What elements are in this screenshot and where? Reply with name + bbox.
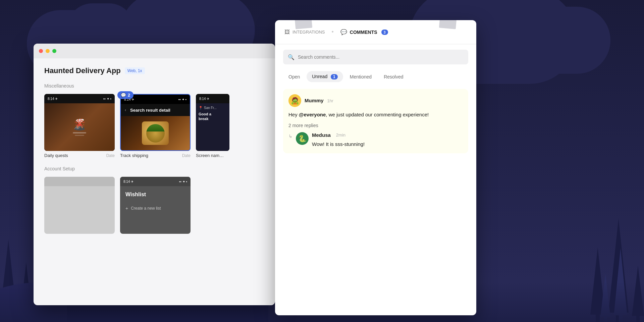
search-bar[interactable]: 🔍 bbox=[283, 50, 468, 64]
traffic-light-red[interactable] bbox=[39, 49, 43, 53]
reply-arrow-icon: ↳ bbox=[288, 133, 292, 139]
filter-mentioned-label: Mentioned bbox=[350, 74, 372, 79]
window-content: Haunted Delivery App Web, 1x Miscellaneo… bbox=[34, 58, 275, 250]
search-input[interactable] bbox=[298, 54, 464, 60]
filter-tabs: Open Unread 1 Mentioned Resolved bbox=[283, 71, 468, 82]
screen-thumb-track: 8:14 ✈ ▪▪ ✦ ▪ ‹ Search result detail bbox=[120, 94, 191, 151]
filter-resolved-label: Resolved bbox=[384, 74, 403, 79]
screen-wishlist[interactable]: 8:14 ✈ ▪▪ ✦ ▪ Wishlist + Create a new li… bbox=[120, 177, 191, 234]
comment-mention: @everyone bbox=[299, 112, 326, 117]
comment-thread-1: 🧟 Mummy 1hr Hey @everyone, we just updat… bbox=[283, 89, 468, 153]
wishlist-title: Wishlist bbox=[120, 186, 191, 203]
tab-separator: • bbox=[332, 29, 334, 36]
reply-medusa: ↳ 🐍 Medusa 2min Wow! It is sss-stunning! bbox=[288, 132, 463, 148]
screen-date-daily: Date bbox=[106, 153, 115, 158]
avatar-mummy: 🧟 bbox=[288, 94, 301, 107]
screen-label-row-3: Screen nam… bbox=[196, 153, 229, 158]
screen-partial[interactable]: 8:14 ✈ 📍 San Fr... Good abreak Screen na… bbox=[196, 94, 229, 158]
screen-name-partial: Screen nam… bbox=[196, 153, 224, 158]
comment-prefix: Hey bbox=[288, 112, 299, 117]
screen-nav-track: ‹ Search result detail bbox=[121, 104, 190, 116]
screen-header-wishlist: 8:14 ✈ ▪▪ ✦ ▪ bbox=[120, 177, 191, 186]
screen-thumb-wishlist: 8:14 ✈ ▪▪ ✦ ▪ Wishlist + Create a new li… bbox=[120, 177, 191, 234]
tab-integrations-label: INTEGRATIONS bbox=[292, 30, 325, 35]
screen-thumb-partial: 8:14 ✈ 📍 San Fr... Good abreak bbox=[196, 94, 229, 151]
screen-nav-title: Search result detail bbox=[130, 108, 170, 113]
tab-comments-label: COMMENTS bbox=[350, 30, 377, 35]
screen-thumb-account-1 bbox=[44, 177, 115, 234]
traffic-light-green[interactable] bbox=[52, 49, 56, 53]
unread-count: 1 bbox=[331, 74, 338, 79]
comment-body-1: Hey @everyone, we just updated our comme… bbox=[288, 111, 463, 119]
comments-count-badge: 3 bbox=[381, 30, 388, 35]
screen-header-daily: 8:14 ✈ ▪▪ ✦ ▪ bbox=[44, 94, 115, 103]
main-window: Haunted Delivery App Web, 1x Miscellaneo… bbox=[34, 44, 275, 305]
panel-body: 🔍 Open Unread 1 Mentioned Resolved 🧟 bbox=[275, 44, 476, 164]
filter-resolved[interactable]: Resolved bbox=[378, 71, 409, 82]
screen-track-shipping[interactable]: 💬 2 8:14 ✈ ▪▪ ✦ ▪ ‹ Search result detail bbox=[120, 94, 191, 158]
app-title-row: Haunted Delivery App Web, 1x bbox=[44, 66, 264, 75]
comment-meta-1: Mummy 1hr bbox=[305, 98, 333, 104]
comment-badge[interactable]: 💬 2 bbox=[117, 91, 133, 99]
screen-account-1[interactable] bbox=[44, 177, 115, 234]
wishlist-item-1: + Create a new list bbox=[120, 203, 191, 214]
titlebar bbox=[34, 44, 275, 58]
filter-open-label: Open bbox=[288, 74, 300, 79]
reply-time-medusa: 2min bbox=[336, 132, 345, 138]
filter-unread[interactable]: Unread 1 bbox=[307, 71, 343, 82]
app-badge: Web, 1x bbox=[125, 67, 145, 74]
app-title: Haunted Delivery App bbox=[44, 66, 121, 75]
comments-icon: 💬 bbox=[340, 29, 347, 35]
traffic-light-yellow[interactable] bbox=[46, 49, 50, 53]
screen-name-daily: Daily quests bbox=[44, 153, 68, 158]
screens-row-1: 8:14 ✈ ▪▪ ✦ ▪ 🌋 Daily quest bbox=[44, 94, 264, 158]
more-replies-text: 2 more replies bbox=[288, 123, 318, 128]
screens-row-2: 8:14 ✈ ▪▪ ✦ ▪ Wishlist + Create a new li… bbox=[44, 177, 264, 234]
integrations-icon: 🖼 bbox=[284, 29, 290, 35]
comments-panel: 🖼 INTEGRATIONS • 💬 COMMENTS 3 🔍 Open Unr… bbox=[275, 20, 476, 315]
reply-body-medusa: Wow! It is sss-stunning! bbox=[312, 141, 463, 148]
search-icon: 🔍 bbox=[288, 54, 294, 60]
tape-corner-right bbox=[439, 20, 457, 29]
screen-label-row-1: Daily quests Date bbox=[44, 153, 115, 158]
section-miscellaneous: Miscellaneous bbox=[44, 83, 264, 89]
tab-comments[interactable]: 💬 COMMENTS 3 bbox=[339, 26, 389, 38]
reply-content-medusa: Medusa 2min Wow! It is sss-stunning! bbox=[312, 132, 463, 148]
screen-thumb-daily-quests: 8:14 ✈ ▪▪ ✦ ▪ 🌋 bbox=[44, 94, 115, 151]
reply-author-medusa: Medusa bbox=[312, 132, 331, 138]
filter-open[interactable]: Open bbox=[283, 71, 305, 82]
section-account-setup: Account Setup bbox=[44, 166, 264, 171]
filter-mentioned[interactable]: Mentioned bbox=[344, 71, 377, 82]
comment-header-1: 🧟 Mummy 1hr bbox=[288, 94, 463, 107]
screen-daily-quests[interactable]: 8:14 ✈ ▪▪ ✦ ▪ 🌋 Daily quest bbox=[44, 94, 115, 158]
screen-date-track: Date bbox=[182, 153, 191, 158]
comment-author-mummy: Mummy bbox=[305, 98, 324, 103]
screen-label-row-2: Track shipping Date bbox=[120, 153, 191, 158]
comment-suffix: , we just updated our commenting experie… bbox=[326, 112, 429, 117]
comment-count: 2 bbox=[128, 93, 130, 98]
cloud-right-2 bbox=[493, 7, 610, 74]
avatar-medusa: 🐍 bbox=[296, 132, 309, 145]
comment-icon: 💬 bbox=[121, 93, 126, 98]
screen-header-partial: 8:14 ✈ bbox=[196, 94, 229, 103]
more-replies[interactable]: 2 more replies bbox=[288, 123, 463, 128]
filter-unread-label: Unread bbox=[312, 74, 327, 79]
comment-time-mummy: 1hr bbox=[327, 98, 333, 103]
reply-header-medusa: Medusa 2min bbox=[312, 132, 463, 138]
screen-name-track: Track shipping bbox=[120, 153, 148, 158]
tape-corner-left bbox=[295, 20, 312, 29]
